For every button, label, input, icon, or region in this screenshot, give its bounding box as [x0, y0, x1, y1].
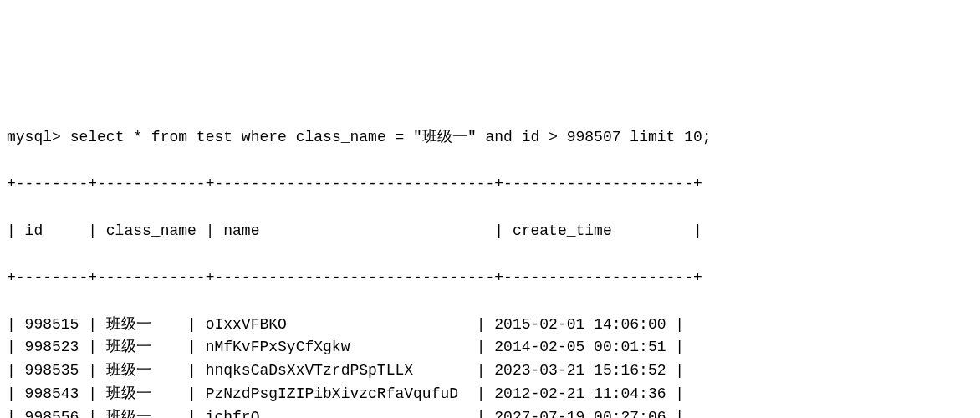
- table-row: | 998543 | 班级一 | PzNzdPsgIZIPibXivzcRfaV…: [7, 383, 973, 406]
- terminal-output: mysql> select * from test where class_na…: [7, 104, 973, 418]
- table-row: | 998523 | 班级一 | nMfKvFPxSyCfXgkw | 2014…: [7, 336, 973, 359]
- table-rows: | 998515 | 班级一 | oIxxVFBKO | 2015-02-01 …: [7, 314, 973, 418]
- sql-query: select * from test where class_name = "班…: [70, 129, 712, 145]
- table-row: | 998556 | 班级一 | ichfrQ | 2027-07-19 00:…: [7, 406, 973, 418]
- table-row: | 998535 | 班级一 | hnqksCaDsXxVTzrdPSpTLLX…: [7, 359, 973, 383]
- table-border-mid: +--------+------------+-----------------…: [7, 267, 973, 290]
- table-border-top: +--------+------------+-----------------…: [7, 173, 973, 196]
- table-row: | 998515 | 班级一 | oIxxVFBKO | 2015-02-01 …: [7, 314, 973, 337]
- prompt-line: mysql> select * from test where class_na…: [7, 126, 973, 150]
- mysql-prompt: mysql>: [7, 129, 61, 145]
- table-header: | id | class_name | name | create_time |: [7, 220, 973, 243]
